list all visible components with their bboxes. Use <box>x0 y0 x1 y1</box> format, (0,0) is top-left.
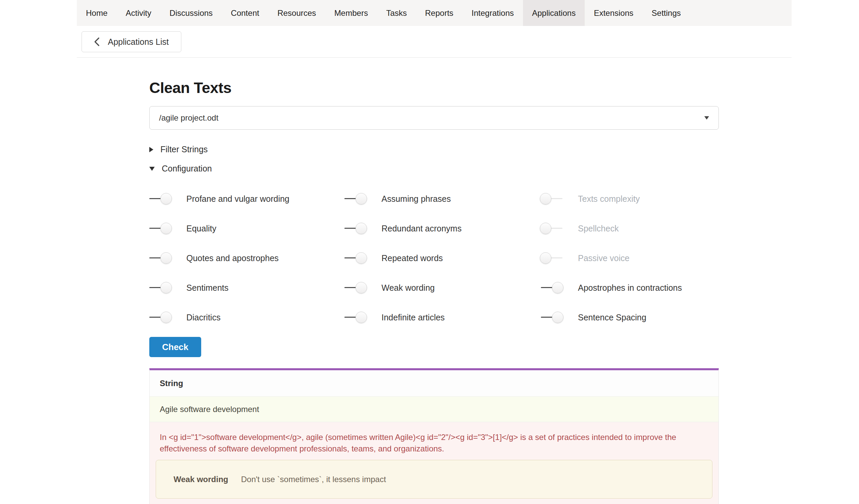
toggle-quotes-and-apostrophes[interactable]: Quotes and apostrophes <box>149 248 344 268</box>
results-table-header: String <box>150 370 719 397</box>
toggle-switch[interactable] <box>149 193 171 205</box>
nav-item-reports[interactable]: Reports <box>416 0 462 26</box>
triangle-down-icon <box>149 167 155 171</box>
toggle-sentence-spacing[interactable]: Sentence Spacing <box>541 307 719 327</box>
toggle-assuming-phrases[interactable]: Assuming phrases <box>344 189 541 209</box>
toggle-switch[interactable] <box>541 252 562 264</box>
configuration-section-header[interactable]: Configuration <box>149 164 719 173</box>
toggle-switch[interactable] <box>149 252 171 264</box>
string-title-row: Agile software development <box>150 397 719 422</box>
toggle-switch[interactable] <box>344 252 366 264</box>
results-table: String Agile software development In <g … <box>149 368 719 504</box>
nav-item-settings[interactable]: Settings <box>643 0 690 26</box>
nav-item-content[interactable]: Content <box>222 0 268 26</box>
toggle-switch[interactable] <box>541 311 562 323</box>
nav-item-extensions[interactable]: Extensions <box>585 0 642 26</box>
toggle-texts-complexity[interactable]: Texts complexity <box>541 189 719 209</box>
toggle-passive-voice[interactable]: Passive voice <box>541 248 719 268</box>
toggle-switch[interactable] <box>541 281 562 294</box>
toggle-switch[interactable] <box>541 193 562 205</box>
check-button[interactable]: Check <box>149 337 201 357</box>
toggle-sentiments[interactable]: Sentiments <box>149 278 344 298</box>
string-error-row: In <g id="1">software development</g>, a… <box>150 422 719 504</box>
page-wrap: Home Activity Discussions Content Resour… <box>77 0 792 504</box>
back-row: Applications List <box>77 26 792 58</box>
nav-item-discussions[interactable]: Discussions <box>161 0 222 26</box>
flagged-string-text: In <g id="1">software development</g>, a… <box>160 431 708 455</box>
caret-down-icon <box>704 116 709 120</box>
nav-item-integrations[interactable]: Integrations <box>462 0 523 26</box>
string-column-header: String <box>160 379 183 388</box>
toggle-switch[interactable] <box>149 311 171 323</box>
issue-message: Don't use `sometimes`, it lessens impact <box>241 475 386 484</box>
configuration-label: Configuration <box>162 164 212 173</box>
toggle-profane-and-vulgar-wording[interactable]: Profane and vulgar wording <box>149 189 344 209</box>
toggle-weak-wording[interactable]: Weak wording <box>344 278 541 298</box>
toggle-switch[interactable] <box>149 222 171 234</box>
filter-strings-label: Filter Strings <box>161 144 208 154</box>
nav-item-home[interactable]: Home <box>77 0 117 26</box>
main-content: Clean Texts /agile project.odt Filter St… <box>149 79 719 504</box>
issue-type: Weak wording <box>174 475 228 484</box>
nav-item-resources[interactable]: Resources <box>268 0 325 26</box>
configuration-toggle-grid: Profane and vulgar wording Assuming phra… <box>149 189 719 327</box>
triangle-right-icon <box>149 147 153 152</box>
toggle-switch[interactable] <box>344 311 366 323</box>
top-navbar: Home Activity Discussions Content Resour… <box>77 0 792 26</box>
toggle-diacritics[interactable]: Diacritics <box>149 307 344 327</box>
string-title: Agile software development <box>160 404 259 414</box>
toggle-redundant-acronyms[interactable]: Redundant acronyms <box>344 218 541 239</box>
page-title: Clean Texts <box>149 79 719 97</box>
back-button-label: Applications List <box>108 37 169 47</box>
toggle-switch[interactable] <box>541 222 562 234</box>
toggle-switch[interactable] <box>344 281 366 294</box>
toggle-repeated-words[interactable]: Repeated words <box>344 248 541 268</box>
toggle-indefinite-articles[interactable]: Indefinite articles <box>344 307 541 327</box>
nav-item-applications[interactable]: Applications <box>523 0 585 26</box>
toggle-switch[interactable] <box>344 222 366 234</box>
nav-item-activity[interactable]: Activity <box>117 0 161 26</box>
toggle-spellcheck[interactable]: Spellcheck <box>541 218 719 239</box>
issue-box: Weak wording Don't use `sometimes`, it l… <box>156 460 712 499</box>
filter-strings-section-header[interactable]: Filter Strings <box>149 144 719 154</box>
applications-list-back-button[interactable]: Applications List <box>81 31 181 52</box>
file-select-value: /agile project.odt <box>159 113 218 123</box>
toggle-switch[interactable] <box>344 193 366 205</box>
toggle-apostrophes-in-contractions[interactable]: Apostrophes in contractions <box>541 278 719 298</box>
file-select[interactable]: /agile project.odt <box>149 106 719 130</box>
toggle-switch[interactable] <box>149 281 171 294</box>
nav-item-tasks[interactable]: Tasks <box>377 0 416 26</box>
nav-item-members[interactable]: Members <box>325 0 377 26</box>
toggle-equality[interactable]: Equality <box>149 218 344 239</box>
chevron-left-icon <box>94 37 100 46</box>
